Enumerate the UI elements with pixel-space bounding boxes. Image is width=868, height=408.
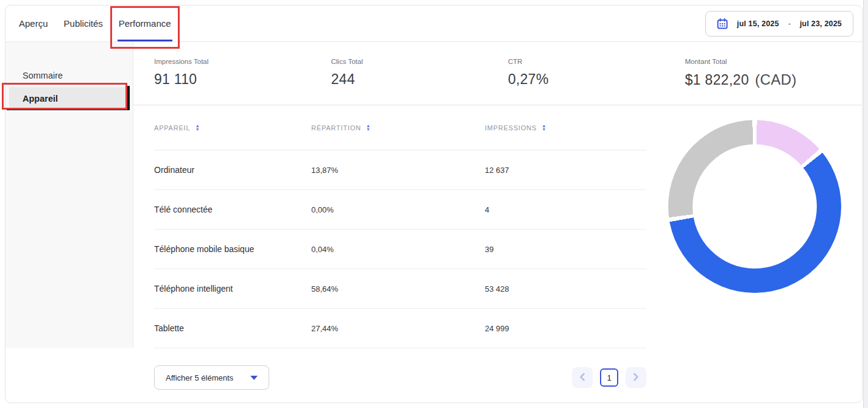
chevron-down-icon	[250, 376, 258, 380]
header-label: RÉPARTITION	[311, 124, 361, 132]
stat-label: Montant Total	[685, 58, 863, 65]
header-repartition[interactable]: RÉPARTITION ▲▼	[311, 124, 485, 132]
tab-publicites[interactable]: Publicités	[63, 5, 104, 41]
cell-device: Tablette	[154, 323, 311, 333]
donut-chart	[668, 120, 841, 293]
stats-row: Impressions Total 91 110 Clics Total 244…	[133, 42, 862, 105]
table-header-row: APPAREIL ▲▼ RÉPARTITION ▲▼ IMPRESSIONS ▲…	[154, 105, 646, 150]
date-separator: -	[788, 19, 791, 28]
table-row: Ordinateur 13,87% 12 637	[154, 150, 646, 190]
cell-repartition: 58,64%	[311, 284, 485, 294]
table-footer: Afficher 5 éléments 1	[154, 348, 646, 390]
sidebar-item-appareil[interactable]: Appareil	[9, 87, 130, 110]
body-row: Sommaire Appareil Impressions Total 91 1…	[5, 42, 862, 390]
scrollbar[interactable]	[863, 0, 868, 408]
stat-value: 244	[331, 71, 509, 88]
cell-device: Télé connectée	[154, 205, 311, 214]
sort-icon: ▲▼	[366, 124, 371, 132]
cell-repartition: 0,04%	[311, 245, 485, 254]
cell-repartition: 27,44%	[311, 324, 485, 333]
top-navigation: Aperçu Publicités Performance jul 15, 20	[5, 5, 862, 42]
stat-label: Impressions Total	[154, 58, 331, 65]
sort-icon: ▲▼	[542, 124, 546, 132]
date-range-picker[interactable]: jul 15, 2025 - jul 23, 2025	[705, 11, 853, 37]
table-row: Téléphone intelligent 58,64% 53 428	[154, 269, 646, 309]
page-size-label: Afficher 5 éléments	[166, 373, 233, 382]
sidebar-item-sommaire[interactable]: Sommaire	[5, 64, 130, 87]
stat-montant-total: Montant Total $1 822,20(CAD)	[685, 58, 863, 105]
previous-page-button[interactable]	[572, 367, 593, 388]
calendar-icon	[717, 18, 728, 29]
chart-area	[646, 105, 862, 348]
cell-repartition: 13,87%	[311, 166, 485, 175]
cell-device: Ordinateur	[154, 165, 311, 175]
header-label: IMPRESSIONS	[485, 124, 537, 132]
cell-impressions: 53 428	[485, 284, 646, 294]
cell-device: Téléphone mobile basique	[154, 244, 311, 254]
header-appareil[interactable]: APPAREIL ▲▼	[154, 124, 311, 132]
stat-impressions-total: Impressions Total 91 110	[154, 58, 331, 105]
tab-performance[interactable]: Performance	[118, 5, 172, 41]
sort-icon: ▲▼	[195, 124, 200, 132]
dashboard-card: Aperçu Publicités Performance jul 15, 20	[5, 5, 863, 403]
tab-bar: Aperçu Publicités Performance	[18, 5, 172, 41]
next-page-button[interactable]	[626, 367, 646, 388]
table-row: Télé connectée 0,00% 4	[154, 190, 646, 230]
device-table: APPAREIL ▲▼ RÉPARTITION ▲▼ IMPRESSIONS ▲…	[133, 105, 646, 348]
cell-impressions: 39	[485, 245, 646, 254]
stat-value: 0,27%	[508, 71, 685, 88]
current-page-indicator[interactable]: 1	[600, 368, 618, 387]
tab-apercu[interactable]: Aperçu	[18, 5, 49, 41]
cell-impressions: 12 637	[485, 166, 646, 175]
cell-device: Téléphone intelligent	[154, 284, 311, 294]
table-chart-row: APPAREIL ▲▼ RÉPARTITION ▲▼ IMPRESSIONS ▲…	[133, 105, 862, 348]
stat-value: $1 822,20(CAD)	[685, 71, 863, 88]
page-size-dropdown[interactable]: Afficher 5 éléments	[154, 365, 269, 390]
table-row: Tablette 27,44% 24 999	[154, 309, 646, 348]
cell-repartition: 0,00%	[311, 205, 485, 214]
stat-amount: $1 822,20	[685, 72, 749, 88]
stat-value: 91 110	[154, 71, 331, 88]
cell-impressions: 24 999	[485, 324, 646, 333]
stat-label: Clics Total	[331, 58, 509, 65]
table-row: Téléphone mobile basique 0,04% 39	[154, 230, 646, 269]
pagination: 1	[572, 367, 646, 388]
header-impressions[interactable]: IMPRESSIONS ▲▼	[485, 124, 646, 132]
stat-clics-total: Clics Total 244	[331, 58, 509, 105]
chevron-right-icon	[632, 372, 640, 384]
main-content: Impressions Total 91 110 Clics Total 244…	[133, 42, 862, 390]
stat-ctr: CTR 0,27%	[508, 58, 685, 105]
date-start: jul 15, 2025	[737, 19, 779, 28]
sidebar: Sommaire Appareil	[5, 42, 133, 348]
chevron-left-icon	[579, 372, 586, 384]
header-label: APPAREIL	[154, 124, 190, 132]
cell-impressions: 4	[485, 205, 646, 214]
stat-currency: (CAD)	[755, 71, 797, 88]
date-end: jul 23, 2025	[800, 19, 842, 28]
stat-label: CTR	[508, 58, 685, 65]
